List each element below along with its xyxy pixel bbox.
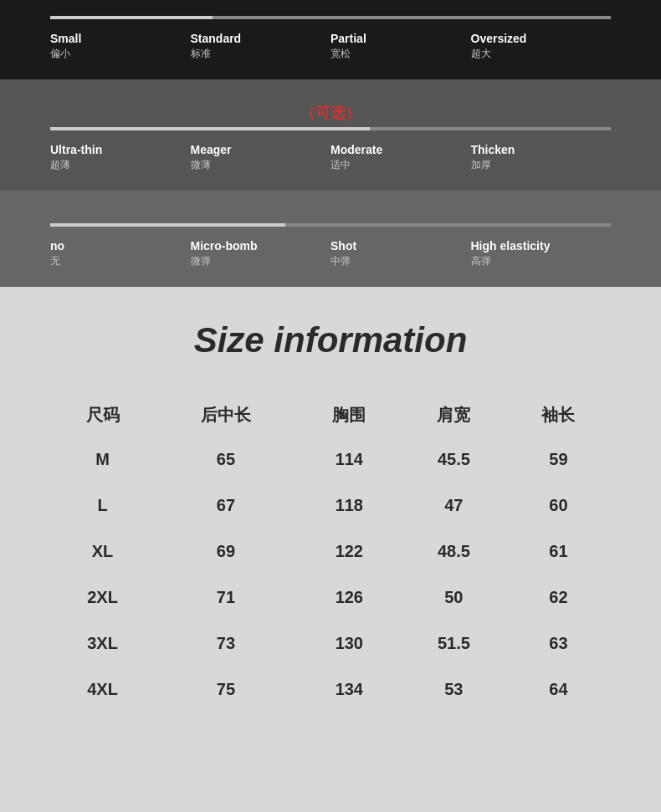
col-header-shoulder: 肩宽: [402, 394, 506, 437]
size-table-cell: 71: [155, 575, 297, 620]
size-table-cell: 4XL: [50, 666, 155, 712]
col-header-size: 尺码: [50, 394, 155, 437]
size-table: 尺码 后中长 胸围 肩宽 袖长 M6511445.559L671184760XL…: [50, 394, 611, 712]
fit-label-standard: Standard 标准: [191, 32, 331, 61]
size-table-cell: M: [50, 437, 155, 483]
size-table-cell: 61: [506, 529, 611, 575]
thickness-bar: [50, 126, 611, 131]
size-table-cell: 130: [297, 620, 402, 666]
thickness-label-ultrathin: Ultra-thin 超薄: [50, 143, 191, 172]
col-header-chest: 胸围: [297, 394, 402, 437]
size-table-row: XL6912248.561: [50, 529, 611, 575]
size-table-cell: 67: [155, 483, 297, 529]
size-info-title: Size information: [50, 320, 611, 360]
fit-label-oversized: Oversized 超大: [471, 32, 612, 61]
size-table-cell: 65: [155, 437, 297, 483]
col-header-sleeve: 袖长: [506, 394, 611, 437]
size-table-cell: 62: [506, 575, 611, 620]
thickness-labels: Ultra-thin 超薄 Meager 微薄 Moderate 适中 Thic…: [50, 143, 611, 172]
size-table-header-row: 尺码 后中长 胸围 肩宽 袖长: [50, 394, 611, 437]
size-table-row: 4XL751345364: [50, 666, 611, 712]
fit-section: Small 偏小 Standard 标准 Partial 宽松 Oversize…: [0, 0, 661, 79]
size-table-cell: 64: [506, 666, 611, 712]
fit-label-partial: Partial 宽松: [330, 32, 471, 61]
elasticity-bar: [50, 222, 611, 227]
size-table-cell: 51.5: [402, 620, 506, 666]
size-table-row: M6511445.559: [50, 437, 611, 483]
size-table-cell: 126: [297, 575, 402, 620]
elasticity-label-shot: Shot 中弹: [330, 239, 471, 268]
size-table-row: L671184760: [50, 483, 611, 529]
thickness-section: （可选） Ultra-thin 超薄 Meager 微薄 Moderate 适中…: [0, 79, 661, 191]
elasticity-label-high: High elasticity 高弹: [471, 239, 612, 268]
size-table-cell: 47: [402, 483, 506, 529]
size-table-cell: 50: [402, 575, 506, 620]
size-table-cell: 60: [506, 483, 611, 529]
size-table-row: 2XL711265062: [50, 575, 611, 620]
col-header-back: 后中长: [155, 394, 297, 437]
size-table-cell: 114: [297, 437, 402, 483]
elasticity-labels: no 无 Micro-bomb 微弹 Shot 中弹 High elastici…: [50, 239, 611, 268]
size-table-cell: XL: [50, 529, 155, 575]
elasticity-section: no 无 Micro-bomb 微弹 Shot 中弹 High elastici…: [0, 191, 661, 287]
size-table-cell: 134: [297, 666, 402, 712]
size-table-row: 3XL7313051.563: [50, 620, 611, 666]
thickness-label-meager: Meager 微薄: [191, 143, 331, 172]
size-table-cell: 69: [155, 529, 297, 575]
fit-bar: [50, 15, 611, 20]
size-table-cell: 73: [155, 620, 297, 666]
size-info-section: Size information 尺码 后中长 胸围 肩宽 袖长 M651144…: [0, 287, 661, 754]
size-table-cell: 45.5: [402, 437, 506, 483]
elasticity-label-microbomb: Micro-bomb 微弹: [191, 239, 331, 268]
thickness-label-thicken: Thicken 加厚: [471, 143, 612, 172]
fit-label-small: Small 偏小: [50, 32, 191, 61]
optional-badge: （可选）: [50, 94, 611, 126]
elasticity-label-no: no 无: [50, 239, 191, 268]
size-table-cell: 118: [297, 483, 402, 529]
size-table-cell: 2XL: [50, 575, 155, 620]
thickness-label-moderate: Moderate 适中: [330, 143, 471, 172]
size-table-cell: 122: [297, 529, 402, 575]
size-table-cell: 75: [155, 666, 297, 712]
size-table-cell: L: [50, 483, 155, 529]
size-table-cell: 59: [506, 437, 611, 483]
size-table-cell: 48.5: [402, 529, 506, 575]
size-table-cell: 3XL: [50, 620, 155, 666]
size-table-cell: 53: [402, 666, 506, 712]
size-table-cell: 63: [506, 620, 611, 666]
fit-labels: Small 偏小 Standard 标准 Partial 宽松 Oversize…: [50, 32, 611, 61]
